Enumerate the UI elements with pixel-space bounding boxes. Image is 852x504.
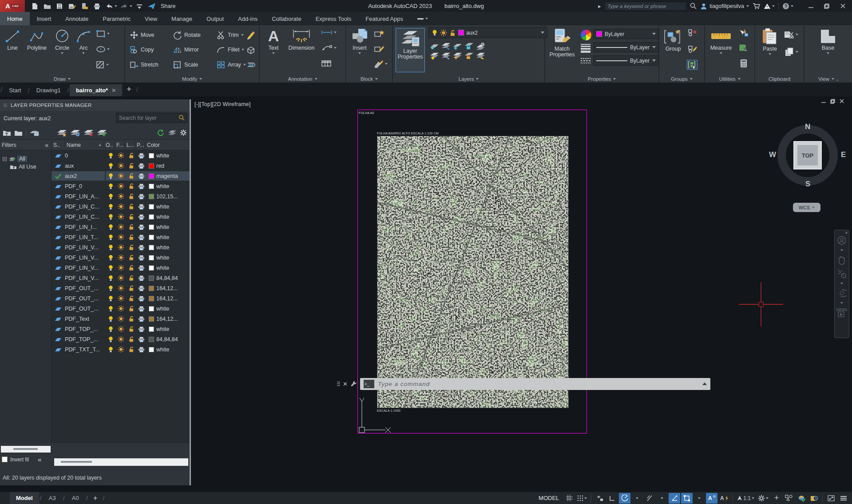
graphics-performance-button[interactable] xyxy=(796,493,807,504)
layer-row[interactable]: PDF_LIN_A... 102,15... xyxy=(52,191,190,201)
layer-plot-toggle[interactable] xyxy=(136,306,147,312)
layer-on-toggle[interactable] xyxy=(106,193,116,200)
layer-color-swatch[interactable] xyxy=(149,153,154,158)
redo-dropdown[interactable] xyxy=(130,5,132,7)
layer-freeze-toggle[interactable] xyxy=(116,326,126,332)
layer-color-swatch[interactable] xyxy=(149,255,154,260)
leader-tool[interactable] xyxy=(321,45,333,51)
layer-color-swatch[interactable] xyxy=(149,306,154,311)
make-current-tool[interactable] xyxy=(476,42,485,50)
scale-tool[interactable]: Scale xyxy=(173,61,198,69)
orbit-dropdown[interactable] xyxy=(840,302,843,304)
new-file-button[interactable] xyxy=(29,1,40,11)
column-lock[interactable]: L... xyxy=(125,140,135,150)
ribbon-tab-add-ins[interactable]: Add-ins xyxy=(231,12,265,25)
doc-close-button[interactable] xyxy=(840,99,844,104)
lineweight-dropdown[interactable]: ByLayer xyxy=(593,42,659,52)
object-color-dropdown[interactable]: ByLayer xyxy=(593,29,659,39)
layer-lock-toggle[interactable] xyxy=(126,203,136,210)
layer-color-swatch[interactable] xyxy=(149,224,154,230)
command-line-grip[interactable] xyxy=(337,382,340,386)
polyline-tool[interactable]: Polyline xyxy=(24,29,50,51)
palette-settings-button[interactable] xyxy=(180,129,187,136)
new-layout-button[interactable]: + xyxy=(89,494,102,502)
layer-on-toggle[interactable] xyxy=(106,244,116,251)
viewcube-top-face[interactable]: TOP xyxy=(793,141,822,169)
layer-plot-toggle[interactable] xyxy=(136,275,147,281)
layer-row[interactable]: PDF_LIN_C... white xyxy=(52,212,190,222)
share-icon[interactable] xyxy=(147,1,157,11)
layer-lock-toggle[interactable] xyxy=(126,173,136,179)
ortho-toggle[interactable] xyxy=(606,493,618,504)
delete-layer-button[interactable] xyxy=(83,129,94,137)
workspace-switching-button[interactable] xyxy=(757,493,770,504)
layer-freeze-toggle[interactable] xyxy=(116,213,126,220)
layer-row[interactable]: PDF_TOP_... white xyxy=(52,324,190,334)
insert-block-tool[interactable]: Insert xyxy=(348,28,371,54)
layer-match-tool[interactable] xyxy=(476,52,485,60)
layer-plot-toggle[interactable] xyxy=(136,244,147,251)
layer-freeze-toggle[interactable] xyxy=(116,203,126,210)
paste-button[interactable]: Paste xyxy=(759,28,781,55)
explode-tool[interactable] xyxy=(246,46,256,55)
layer-on-toggle[interactable] xyxy=(106,305,116,312)
isodraft-toggle[interactable] xyxy=(644,493,655,504)
layer-color-swatch[interactable] xyxy=(149,245,154,250)
layer-on-toggle[interactable] xyxy=(106,152,116,159)
layer-on-toggle[interactable] xyxy=(106,295,116,302)
copy-clip-dropdown[interactable] xyxy=(796,51,798,53)
column-on[interactable]: O.. xyxy=(104,140,115,150)
view-cube[interactable]: N W E S TOP xyxy=(776,123,839,188)
layer-row[interactable]: 0 white xyxy=(52,150,190,161)
layer-on-toggle[interactable] xyxy=(106,326,116,332)
offset-tool[interactable] xyxy=(246,62,257,68)
layer-search-icon[interactable] xyxy=(178,114,185,121)
layer-color-swatch[interactable] xyxy=(149,286,154,291)
cut-dropdown[interactable] xyxy=(796,34,798,35)
customization-plus-button[interactable]: + xyxy=(771,493,782,504)
layer-search-input[interactable] xyxy=(116,113,187,123)
layer-on-toggle[interactable] xyxy=(106,234,116,240)
layer-color-swatch[interactable] xyxy=(149,173,154,179)
keyword-search-input[interactable] xyxy=(604,2,686,11)
array-tool[interactable]: Array xyxy=(217,61,246,69)
layer-row[interactable]: PDF_OUT_... 164,12... xyxy=(52,283,190,293)
column-color[interactable]: Color xyxy=(145,140,190,150)
navigation-bar[interactable]: ✕ xyxy=(834,230,849,338)
layout-tab-a0[interactable]: A0 xyxy=(66,492,85,504)
pan-hand-icon[interactable] xyxy=(837,255,846,265)
navigation-wheel-icon[interactable] xyxy=(837,236,847,245)
mirror-tool[interactable]: Mirror xyxy=(173,46,199,54)
layer-on-toggle[interactable] xyxy=(106,336,116,343)
arc-tool[interactable]: Arc xyxy=(75,29,92,54)
annotation-panel-label[interactable]: Annotation xyxy=(260,76,345,82)
layer-lock-toggle[interactable] xyxy=(126,152,136,159)
layer-freeze-toggle[interactable] xyxy=(116,264,126,271)
isolate-objects-button[interactable] xyxy=(783,493,795,504)
layer-freeze-toggle[interactable] xyxy=(116,183,126,189)
layer-plot-toggle[interactable] xyxy=(136,173,147,179)
layer-row[interactable]: PDF_LIN_V... white xyxy=(52,263,190,273)
layer-lock-toggle[interactable] xyxy=(126,315,136,322)
layer-color-swatch[interactable] xyxy=(149,184,154,189)
plot-button[interactable] xyxy=(91,1,102,11)
filter-all-used[interactable]: All Use xyxy=(0,163,51,171)
layer-plot-toggle[interactable] xyxy=(136,336,147,343)
layer-freeze-toggle[interactable] xyxy=(116,275,126,281)
measure-dropdown[interactable] xyxy=(720,52,722,54)
collapse-pane-icon[interactable]: « xyxy=(38,456,41,463)
new-drawing-tab-button[interactable]: + xyxy=(122,85,136,94)
erase-tool[interactable] xyxy=(246,31,256,39)
trim-dropdown[interactable] xyxy=(241,34,244,36)
undo-dropdown[interactable] xyxy=(115,5,117,7)
layer-row[interactable]: PDF_LIN_C... white xyxy=(52,201,190,212)
layer-plot-toggle[interactable] xyxy=(136,316,147,322)
file-tab-drawing1[interactable]: Drawing1 xyxy=(30,84,67,96)
quick-calculator-tool[interactable] xyxy=(740,59,748,68)
layer-plot-toggle[interactable] xyxy=(136,224,147,230)
model-space-toggle[interactable]: MODEL xyxy=(535,495,563,501)
layer-freeze-toggle[interactable] xyxy=(116,173,126,179)
base-dropdown[interactable] xyxy=(827,52,829,54)
layer-freeze-toggle[interactable] xyxy=(116,295,126,302)
ribbon-tab-view[interactable]: View xyxy=(138,12,164,25)
